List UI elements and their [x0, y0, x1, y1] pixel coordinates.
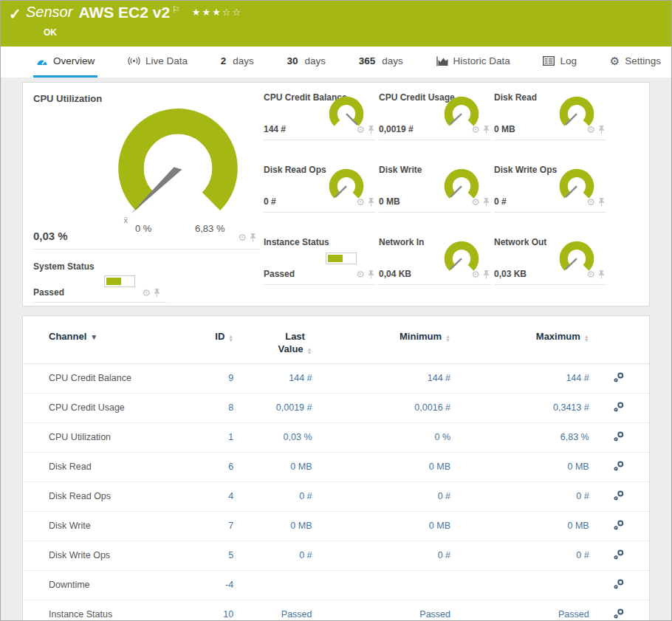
table-row: CPU Credit Usage80,0019 #0,0016 #0,3413 …: [23, 393, 649, 422]
app-window: ✓ Sensor AWS EC2 v2 ⚐ ★★★☆☆ OK OverviewL…: [0, 0, 672, 621]
edit-channel-icon[interactable]: [613, 490, 625, 501]
pin-icon[interactable]: [154, 288, 160, 298]
cell-last-value: Passed: [233, 600, 312, 621]
column-header-minimum[interactable]: Minimum▲▼: [312, 319, 451, 363]
tile-value: 0,04 KB: [379, 269, 411, 279]
edit-channel-icon[interactable]: [613, 549, 625, 560]
cell-minimum: 0 MB: [312, 511, 451, 541]
cell-channel[interactable]: Downtime: [23, 570, 188, 600]
pin-icon[interactable]: [368, 125, 374, 134]
cell-maximum: 144 #: [450, 363, 589, 393]
cell-id: 4: [188, 481, 233, 511]
tile-disk-read: Disk Read0 MB⚙: [494, 86, 606, 140]
edit-channel-icon[interactable]: [613, 578, 625, 590]
pin-icon[interactable]: [368, 197, 374, 207]
cell-channel[interactable]: CPU Utilization: [23, 422, 188, 452]
log-icon: [543, 56, 555, 66]
tile-value: Passed: [33, 287, 64, 298]
gear-icon[interactable]: ⚙: [586, 198, 595, 207]
gear-icon[interactable]: ⚙: [356, 270, 365, 279]
column-header-channel[interactable]: Channel▼: [23, 319, 188, 363]
tab-30-days[interactable]: 30days: [284, 47, 329, 78]
tab-overview[interactable]: Overview: [33, 47, 97, 78]
column-header-last-value[interactable]: LastValue▲▼: [233, 319, 312, 363]
cell-minimum: 0,0016 #: [312, 393, 451, 422]
overview-gauges-panel: CPU Utilization x̄ 0 % 6,83 % 0,03 % ⚙: [22, 82, 650, 306]
tab-log[interactable]: Log: [540, 47, 580, 78]
cell-minimum: 0 #: [312, 541, 451, 570]
tile-value: 144 #: [264, 124, 286, 134]
table-row: Disk Write Ops50 #0 #0 #: [23, 541, 649, 570]
tab-label: days: [382, 55, 403, 66]
edit-channel-icon[interactable]: [613, 401, 625, 413]
tab-live-data[interactable]: Live Data: [125, 47, 191, 78]
column-header-maximum[interactable]: Maximum▲▼: [450, 319, 589, 363]
cell-last-value: [233, 570, 312, 600]
tab-365-days[interactable]: 365days: [356, 47, 406, 78]
tab-label: Settings: [625, 55, 661, 66]
tile-instance-status: Instance StatusPassed⚙: [264, 230, 376, 285]
tab-2-days[interactable]: 2days: [218, 47, 257, 78]
tile-value: 0 #: [494, 196, 507, 207]
gear-icon[interactable]: ⚙: [356, 198, 365, 207]
cell-channel[interactable]: Disk Read Ops: [23, 481, 188, 511]
edit-channel-icon[interactable]: [613, 371, 625, 383]
table-row: Disk Read Ops40 #0 #0 #: [23, 481, 649, 511]
priority-stars[interactable]: ★★★☆☆: [192, 7, 242, 18]
tile-value: 0 #: [264, 196, 276, 207]
sort-caret-icon: ▼: [90, 333, 97, 341]
edit-channel-icon[interactable]: [613, 608, 625, 620]
gear-icon[interactable]: ⚙: [238, 233, 247, 242]
cell-channel[interactable]: Disk Read: [23, 452, 188, 481]
tile-cpu-credit-usage: CPU Credit Usage0,0019 #⚙: [379, 86, 491, 140]
cell-last-value: 0 MB: [233, 511, 312, 541]
pin-icon[interactable]: [598, 197, 605, 207]
cell-channel[interactable]: CPU Credit Balance: [23, 363, 188, 393]
pin-icon[interactable]: [483, 125, 490, 134]
status-indicator-fill: [328, 255, 343, 262]
tab-historic-data[interactable]: Historic Data: [433, 47, 513, 78]
edit-channel-icon[interactable]: [613, 460, 625, 472]
gear-icon[interactable]: ⚙: [142, 289, 151, 298]
pin-icon[interactable]: [598, 270, 605, 279]
edit-channel-icon[interactable]: [613, 430, 625, 442]
gear-icon[interactable]: ⚙: [586, 126, 595, 134]
cell-last-value: 0,03 %: [233, 422, 312, 452]
gauge-icon: [36, 57, 48, 66]
cell-channel[interactable]: Disk Write Ops: [23, 541, 188, 570]
tile-cpu-utilization: CPU Utilization x̄ 0 % 6,83 % 0,03 % ⚙: [33, 86, 259, 250]
tile-value: 0,0019 #: [379, 124, 414, 134]
stars-empty[interactable]: ☆☆: [222, 7, 242, 18]
pin-icon[interactable]: [368, 270, 374, 279]
status-ok-check-icon: ✓: [9, 5, 21, 23]
cell-channel[interactable]: Instance Status: [23, 600, 188, 621]
pin-icon[interactable]: [483, 197, 490, 207]
gear-icon[interactable]: ⚙: [586, 270, 595, 279]
cell-channel[interactable]: CPU Credit Usage: [23, 393, 188, 422]
column-header-edit: [589, 319, 649, 363]
gear-icon[interactable]: ⚙: [356, 126, 365, 134]
table-row: Downtime-4: [23, 570, 649, 600]
cell-minimum: 0 %: [312, 422, 451, 452]
edit-channel-icon[interactable]: [613, 519, 625, 531]
tile-value: 0,03 KB: [494, 269, 527, 279]
gear-icon[interactable]: ⚙: [471, 126, 480, 134]
sensor-header: ✓ Sensor AWS EC2 v2 ⚐ ★★★☆☆ OK: [1, 1, 671, 47]
pin-icon[interactable]: [483, 270, 490, 279]
tile-value: 0 MB: [494, 124, 515, 134]
gauge-max-label: 6,83 %: [195, 223, 224, 234]
gear-icon[interactable]: ⚙: [471, 270, 480, 279]
pin-icon[interactable]: [250, 233, 256, 242]
cell-last-value: 0 #: [233, 481, 312, 511]
stars-filled[interactable]: ★★★: [192, 7, 222, 18]
pin-icon[interactable]: [598, 125, 605, 134]
column-header-id[interactable]: ID▲▼: [188, 319, 233, 363]
channel-table: Channel▼ ID▲▼ LastValue▲▼ Minimum▲▼ Maxi…: [23, 319, 649, 621]
tab-settings[interactable]: ⚙Settings: [607, 47, 664, 78]
tab-number: 30: [287, 55, 298, 66]
cell-minimum: 0 MB: [312, 452, 451, 481]
status-indicator: [326, 253, 357, 264]
cell-channel[interactable]: Disk Write: [23, 511, 188, 541]
flag-icon[interactable]: ⚐: [172, 4, 180, 15]
gear-icon[interactable]: ⚙: [471, 198, 480, 207]
